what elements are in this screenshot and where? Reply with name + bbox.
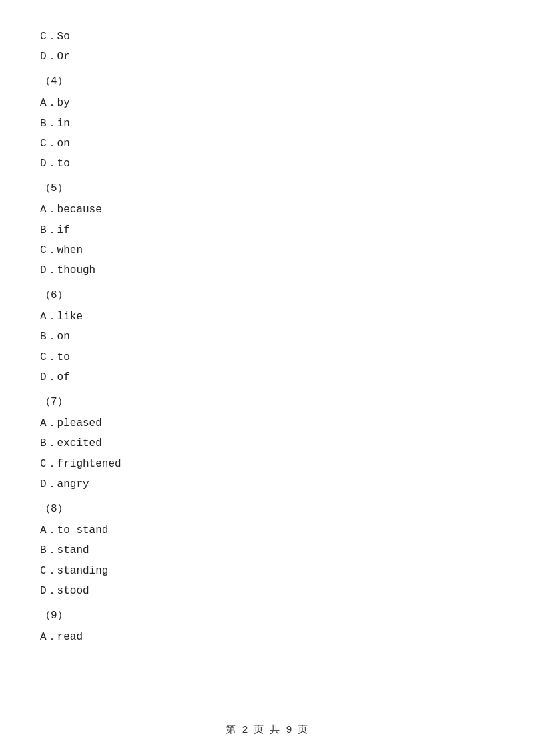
option-8a: A．to stand bbox=[40, 520, 494, 540]
option-c-so: C．So bbox=[40, 27, 494, 47]
option-4c: C．on bbox=[40, 134, 494, 154]
option-9a: A．read bbox=[40, 627, 494, 647]
section-9-label: （9） bbox=[40, 606, 494, 626]
option-7a: A．pleased bbox=[40, 413, 494, 433]
option-4b: B．in bbox=[40, 114, 494, 134]
section-5-label: （5） bbox=[40, 178, 494, 198]
option-d-or: D．Or bbox=[40, 47, 494, 67]
section-6-label: （6） bbox=[40, 285, 494, 305]
option-8b: B．stand bbox=[40, 540, 494, 560]
option-5c: C．when bbox=[40, 240, 494, 260]
option-6b: B．on bbox=[40, 327, 494, 347]
option-7b: B．excited bbox=[40, 433, 494, 453]
section-7-label: （7） bbox=[40, 392, 494, 412]
option-label: D．Or bbox=[40, 51, 70, 63]
option-4a: A．by bbox=[40, 93, 494, 113]
option-label: C．So bbox=[40, 31, 70, 43]
page-footer: 第 2 页 共 9 页 bbox=[0, 723, 534, 736]
option-7d: D．angry bbox=[40, 474, 494, 494]
section-8-label: （8） bbox=[40, 499, 494, 519]
option-8c: C．standing bbox=[40, 561, 494, 581]
page-number: 第 2 页 共 9 页 bbox=[226, 725, 308, 736]
content-area: C．So D．Or （4） A．by B．in C．on D．to （5） A．… bbox=[40, 27, 494, 647]
option-5d: D．though bbox=[40, 260, 494, 280]
option-6c: C．to bbox=[40, 347, 494, 367]
option-5b: B．if bbox=[40, 220, 494, 240]
option-4d: D．to bbox=[40, 154, 494, 174]
option-6a: A．like bbox=[40, 307, 494, 327]
section-4-label: （4） bbox=[40, 71, 494, 91]
option-8d: D．stood bbox=[40, 581, 494, 601]
option-7c: C．frightened bbox=[40, 454, 494, 474]
option-5a: A．because bbox=[40, 200, 494, 220]
option-6d: D．of bbox=[40, 367, 494, 387]
